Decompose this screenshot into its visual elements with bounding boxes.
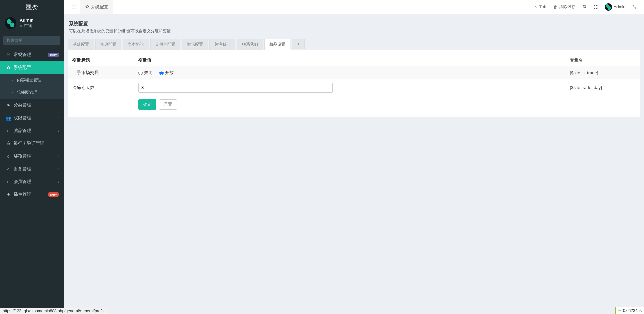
tab-pane: 变量标题 变量值 变量名 二手市场交易	[68, 50, 640, 117]
topbar-tab-label: 系统配置	[91, 4, 108, 10]
leaf-icon: ❧	[618, 308, 622, 313]
main: ✿ 系统配置 ⌂ 主页 🗑 清除缓存 Admin	[64, 0, 644, 314]
reset-button[interactable]: 重置	[159, 99, 177, 110]
radio-input[interactable]	[138, 71, 143, 75]
chevron-left-icon: ‹	[58, 180, 59, 184]
chevron-left-icon: ‹	[58, 116, 59, 120]
footer-status-url: https://123.rglxc.top/admin888.php/gener…	[0, 308, 108, 314]
sidebar-item-collection[interactable]: ○ 藏品管理 ‹	[0, 124, 64, 137]
copy-icon	[582, 5, 587, 9]
config-table: 变量标题 变量值 变量名 二手市场交易	[68, 55, 640, 96]
sidebar-item-finance[interactable]: ○ 财务管理 ‹	[0, 163, 64, 175]
tab-contact[interactable]: 联系我们	[237, 39, 263, 50]
row-title: 二手市场交易	[68, 66, 135, 79]
tab-wechat[interactable]: 微信配置	[182, 39, 208, 50]
circle-icon: ○	[8, 91, 15, 94]
chevron-left-icon: ‹	[58, 129, 59, 133]
sidebar-item-label: 权限管理	[14, 115, 58, 121]
sidebar: 墨变 Admin 在线 ⌘ 常规管理 new ✿ 系统配置 ○ 内容精选管理	[0, 0, 64, 314]
tab-label: 字典配置	[95, 39, 121, 50]
bank-icon: 🏛	[5, 141, 12, 146]
tab-label: 基础配置	[68, 39, 94, 50]
trade-day-input[interactable]	[138, 83, 333, 93]
circle-icon: ○	[5, 128, 12, 133]
sidebar-item-permission[interactable]: 👥 权限管理 ‹	[0, 111, 64, 124]
tab-basic[interactable]: 基础配置	[68, 39, 94, 50]
tab-label: 微信配置	[182, 39, 208, 50]
sidebar-item-label: 藏品管理	[14, 128, 58, 134]
settings-button[interactable]	[629, 0, 640, 14]
panel: 系统配置 可以在此增改系统的变量和分组,也可以自定义分组和变量 基础配置 字典配…	[68, 18, 640, 117]
table-row: 二手市场交易 关闭 开放	[68, 66, 640, 79]
radio-label: 关闭	[144, 70, 153, 76]
sidebar-item-label: 银行卡验证管理	[14, 140, 58, 146]
sidebar-item-addon[interactable]: ✈ 插件管理 new	[0, 188, 64, 201]
tab-label: 关注我们	[209, 39, 235, 50]
panel-heading: 系统配置 可以在此增改系统的变量和分组,也可以自定义分组和变量	[68, 18, 640, 39]
tab-follow[interactable]: 关注我们	[209, 39, 235, 50]
tab-collection-settings[interactable]: 藏品设置	[264, 39, 290, 50]
sidebar-item-member[interactable]: ○ 会员管理 ‹	[0, 175, 64, 188]
sidebar-search	[0, 32, 64, 48]
svg-point-7	[633, 5, 634, 7]
home-icon: ⌂	[535, 5, 537, 9]
tab-text-protocol[interactable]: 文本协议	[123, 39, 149, 50]
clear-cache-button[interactable]: 🗑 清除缓存	[550, 0, 579, 14]
topbar-action-1[interactable]	[579, 0, 590, 14]
tab-label: 文本协议	[123, 39, 149, 50]
avatar[interactable]	[5, 17, 16, 29]
user-panel: Admin 在线	[0, 14, 64, 32]
sidebar-item-label: 会员管理	[14, 179, 58, 185]
tab-dict[interactable]: 字典配置	[95, 39, 121, 50]
content: 系统配置 可以在此增改系统的变量和分组,也可以自定义分组和变量 基础配置 字典配…	[64, 14, 644, 121]
radio-input[interactable]	[159, 71, 164, 75]
fullscreen-button[interactable]	[590, 0, 601, 14]
trash-icon: 🗑	[553, 5, 557, 9]
sidebar-item-label: 轮播图管理	[17, 90, 59, 95]
search-input[interactable]	[3, 36, 60, 45]
sidebar-item-system-config[interactable]: ✿ 系统配置	[0, 61, 64, 74]
chevron-left-icon: ‹	[58, 142, 59, 145]
home-link[interactable]: ⌂ 主页	[531, 0, 550, 14]
topbar: ✿ 系统配置 ⌂ 主页 🗑 清除缓存 Admin	[64, 0, 644, 14]
circle-icon: ○	[8, 78, 15, 82]
radio-option-closed[interactable]: 关闭	[138, 70, 153, 76]
chevron-left-icon: ‹	[58, 154, 59, 158]
clear-cache-label: 清除缓存	[559, 4, 575, 10]
radio-group-trade: 关闭 开放	[138, 70, 563, 76]
performance-badge[interactable]: ❧ 0.062345s	[615, 307, 644, 314]
gear-icon: ✿	[5, 65, 12, 70]
brand-logo[interactable]: 墨变	[0, 0, 64, 14]
tab-alipay[interactable]: 支付宝配置	[150, 39, 180, 50]
radio-option-open[interactable]: 开放	[159, 70, 174, 76]
sidebar-item-general[interactable]: ⌘ 常规管理 new	[0, 48, 64, 61]
form-actions: 确定 重置	[68, 96, 640, 110]
expand-icon	[593, 5, 598, 9]
sidebar-item-bankcard[interactable]: 🏛 银行卡验证管理 ‹	[0, 137, 64, 150]
sidebar-item-award[interactable]: ○ 奖项管理 ‹	[0, 150, 64, 163]
panel-desc: 可以在此增改系统的变量和分组,也可以自定义分组和变量	[69, 28, 639, 34]
table-row: 冷冻期天数 {$site.trade_day}	[68, 79, 640, 96]
performance-time: 0.062345s	[623, 308, 642, 313]
svg-point-8	[635, 7, 636, 8]
add-tab-button[interactable]: +	[292, 39, 305, 50]
tab-label: 藏品设置	[264, 39, 290, 50]
submit-button[interactable]: 确定	[138, 99, 156, 110]
dashboard-icon: ⌘	[5, 52, 12, 57]
new-badge: new	[48, 53, 59, 57]
radio-label: 开放	[165, 70, 174, 76]
toggle-sidebar-button[interactable]	[68, 0, 80, 14]
users-icon: 👥	[5, 116, 12, 121]
user-status: 在线	[20, 23, 33, 29]
plus-icon: +	[292, 39, 305, 49]
topbar-tab-active[interactable]: ✿ 系统配置	[80, 0, 113, 14]
sidebar-item-carousel[interactable]: ○ 轮播图管理	[0, 86, 64, 99]
sidebar-item-label: 分类管理	[14, 102, 59, 108]
sidebar-item-label: 财务管理	[14, 166, 58, 172]
sidebar-item-category[interactable]: ❧ 分类管理	[0, 99, 64, 111]
gear-icon: ✿	[85, 4, 89, 9]
sidebar-menu: ⌘ 常规管理 new ✿ 系统配置 ○ 内容精选管理 ○ 轮播图管理 ❧ 分类管…	[0, 48, 64, 314]
circle-icon: ○	[5, 179, 12, 184]
sidebar-item-content-featured[interactable]: ○ 内容精选管理	[0, 74, 64, 86]
user-menu[interactable]: Admin	[601, 0, 629, 14]
